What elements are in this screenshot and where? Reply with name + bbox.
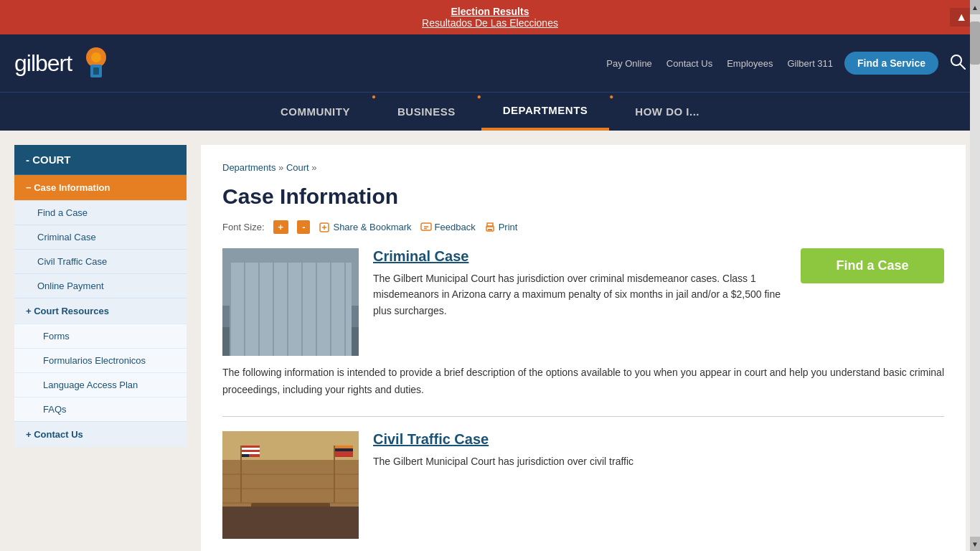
sidebar-find-case-label: Find a Case [37,207,88,218]
election-results-link[interactable]: Election Results [29,6,951,17]
page-content: - COURT − Case Information Find a Case C… [0,131,980,551]
sidebar-item-forms[interactable]: Forms [14,324,187,348]
svg-rect-14 [488,229,492,230]
breadcrumb-sep1: » [278,162,286,173]
sidebar-faqs-label: FAQs [43,404,67,415]
sidebar-item-criminal-case[interactable]: Criminal Case [14,225,187,249]
scrollbar-track: ▲ ▼ [970,0,980,551]
svg-rect-32 [222,460,359,539]
sidebar-language-access-label: Language Access Plan [43,380,138,390]
nav-departments-label: DEPARTMENTS [503,104,588,116]
sidebar-item-civil-traffic[interactable]: Civil Traffic Case [14,249,187,273]
election-results-spanish-link[interactable]: Resultados De Las Elecciones [29,17,951,29]
svg-rect-39 [316,514,323,528]
sidebar-item-faqs[interactable]: FAQs [14,397,187,421]
search-button[interactable] [950,54,966,73]
page-title: Case Information [222,184,944,209]
logo-icon [77,44,115,82]
svg-rect-18 [230,291,352,313]
employees-link[interactable]: Employees [727,58,773,69]
sidebar-item-formularios[interactable]: Formularios Electronicos [14,348,187,372]
nav-how-do-i[interactable]: HOW DO I... [613,93,721,131]
criminal-case-description: The Gilbert Municipal Court has jurisdic… [373,270,786,319]
nav-community-label: COMMUNITY [281,105,350,118]
svg-rect-45 [334,446,335,503]
search-icon [950,54,966,70]
sidebar-item-contact-us[interactable]: + Contact Us [14,421,187,447]
font-increase-button[interactable]: + [273,220,289,234]
sidebar-item-find-a-case[interactable]: Find a Case [14,200,187,225]
logo-area: gilbert [14,44,115,82]
civil-traffic-description: The Gilbert Municipal Court has jurisdic… [373,453,944,469]
svg-rect-38 [258,514,265,528]
civil-traffic-text: Civil Traffic Case The Gilbert Municipal… [373,431,944,469]
nav-how-do-i-label: HOW DO I... [635,105,699,118]
traffic-court-svg [222,431,359,539]
svg-rect-30 [222,327,359,356]
feedback-link[interactable]: Feedback [420,222,476,233]
share-icon [319,222,330,233]
header: gilbert Pay Online Contact Us Employees … [0,34,980,92]
feedback-icon [420,222,432,233]
svg-point-1 [91,52,101,62]
font-decrease-button[interactable]: - [297,220,310,234]
civil-traffic-header: Civil Traffic Case The Gilbert Municipal… [222,431,944,539]
criminal-case-header: Criminal Case The Gilbert Municipal Cour… [222,248,944,356]
scrollbar-thumb[interactable] [970,22,980,65]
header-right: Pay Online Contact Us Employees Gilbert … [606,52,966,75]
breadcrumb-sep2: » [311,162,316,173]
breadcrumb-departments[interactable]: Departments [222,162,275,173]
gilbert311-link[interactable]: Gilbert 311 [787,58,833,69]
nav-business-label: BUSINESS [397,105,456,118]
share-bookmark-link[interactable]: Share & Bookmark [319,222,411,233]
sidebar-item-court-resources[interactable]: + Court Resources [14,298,187,324]
civil-traffic-title[interactable]: Civil Traffic Case [373,431,944,448]
svg-rect-44 [242,454,249,457]
sidebar-item-language-access[interactable]: Language Access Plan [14,372,187,397]
sidebar-criminal-case-label: Criminal Case [37,232,96,242]
civil-traffic-image [222,431,359,539]
contact-us-link[interactable]: Contact Us [666,58,712,69]
pay-online-link[interactable]: Pay Online [606,58,652,69]
criminal-case-section: Criminal Case The Gilbert Municipal Cour… [222,248,944,399]
svg-rect-3 [93,67,99,75]
criminal-case-title[interactable]: Criminal Case [373,248,786,265]
sidebar-online-payment-label: Online Payment [37,281,104,291]
scrollbar-down-arrow[interactable]: ▼ [970,537,980,551]
svg-rect-15 [222,248,359,356]
sidebar-item-online-payment[interactable]: Online Payment [14,273,187,298]
sidebar-item-case-information[interactable]: − Case Information [14,174,187,200]
nav-community[interactable]: COMMUNITY [259,93,372,131]
nav-departments[interactable]: DEPARTMENTS [481,93,610,131]
svg-line-5 [960,64,965,69]
main-content: Departments » Court » Case Information F… [201,145,966,551]
courtroom-svg [222,248,359,356]
print-label: Print [499,222,518,232]
main-nav: COMMUNITY ● BUSINESS ● DEPARTMENTS ● HOW… [0,92,980,131]
font-size-label: Font Size: [222,222,265,232]
sidebar-court-resources-label: + Court Resources [26,306,109,316]
sidebar-court-label: - COURT [26,154,71,166]
breadcrumb-court[interactable]: Court [286,162,309,173]
find-service-button[interactable]: Find a Service [844,52,938,75]
alert-bar: Election Results Resultados De Las Elecc… [0,0,980,34]
sidebar: - COURT − Case Information Find a Case C… [14,145,187,551]
svg-rect-43 [242,452,260,454]
svg-rect-42 [242,448,260,450]
share-bookmark-label: Share & Bookmark [333,222,411,232]
svg-rect-48 [335,448,353,451]
logo-text: gilbert [14,50,72,77]
svg-rect-37 [251,503,330,514]
svg-rect-17 [230,284,352,290]
header-links: Pay Online Contact Us Employees Gilbert … [606,58,833,69]
print-icon [484,222,496,233]
feedback-label: Feedback [435,222,476,232]
find-a-case-button[interactable]: Find a Case [801,248,944,283]
sidebar-contact-us-label: + Contact Us [26,429,83,440]
svg-rect-13 [487,223,493,227]
sidebar-civil-traffic-label: Civil Traffic Case [37,256,107,267]
nav-business[interactable]: BUSINESS [376,93,477,131]
svg-rect-16 [222,306,359,356]
print-link[interactable]: Print [484,222,518,233]
scrollbar-up-arrow[interactable]: ▲ [970,0,980,14]
